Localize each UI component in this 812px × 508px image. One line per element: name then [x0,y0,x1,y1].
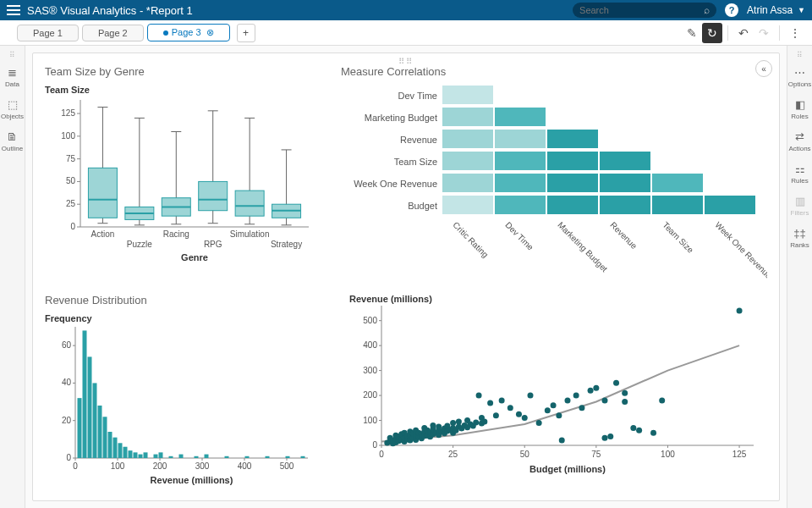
help-button[interactable]: ? [725,3,738,17]
heatmap-col-label: Dev Time [503,220,547,264]
heatmap-cell[interactable] [442,152,493,170]
chart-correlation[interactable]: Measure Correlations Dev TimeMarketing B… [341,65,767,285]
svg-text:Team Size: Team Size [45,85,90,95]
chart-histogram[interactable]: Revenue Distribution Frequency0204060010… [45,294,315,492]
user-menu[interactable]: Atrin Assa ▼ [747,4,805,16]
svg-point-204 [556,412,562,418]
heatmap-cell[interactable] [600,174,650,192]
svg-point-218 [636,428,642,433]
left-rail: ⠿≣Data⬚Objects🗎Outline [0,46,25,508]
svg-point-198 [516,411,522,417]
redo-button[interactable]: ↷ [754,23,774,43]
svg-text:0: 0 [66,453,71,462]
heatmap-cell[interactable] [442,86,493,104]
heatmap-cell[interactable] [547,196,598,214]
heatmap-cell[interactable] [547,174,598,192]
svg-point-209 [588,388,594,394]
heatmap-cell[interactable] [495,130,546,148]
svg-text:40: 40 [62,378,72,387]
svg-point-215 [622,399,628,405]
close-tab-icon[interactable]: ⊗ [206,27,214,37]
svg-text:0: 0 [70,222,75,231]
roles-icon: ◧ [795,98,805,111]
heatmap-cell[interactable] [495,108,546,126]
heatmap-cell[interactable] [495,174,546,192]
chart-scatter[interactable]: Revenue (millions)0100200300400500025507… [341,294,767,492]
svg-text:400: 400 [363,340,377,350]
menu-icon[interactable] [7,5,20,15]
app-title: SAS® Visual Analytics - *Report 1 [27,4,193,17]
rail-grip-icon: ⠿ [9,51,15,59]
collapse-button[interactable]: « [755,60,772,77]
heatmap-cell[interactable] [442,108,493,126]
pin-button[interactable]: ✎ [682,23,702,43]
rail-item-options[interactable]: ⋯Options [788,61,812,93]
heatmap-cell[interactable] [547,130,598,148]
svg-text:400: 400 [238,461,252,471]
tab-page-2[interactable]: Page 2 [82,25,144,41]
chart-boxplot[interactable]: Team Size by Genre Team Size025507510012… [45,65,315,285]
heatmap-row-label: Marketing Budget [341,113,442,123]
heatmap-cell[interactable] [442,196,493,214]
svg-rect-42 [235,190,264,216]
svg-point-179 [450,420,456,426]
heatmap-cell[interactable] [652,196,703,214]
svg-text:125: 125 [61,108,75,118]
rail-item-objects[interactable]: ⬚Objects [1,93,25,125]
svg-text:Frequency: Frequency [45,313,93,323]
heatmap-cell[interactable] [495,152,546,170]
heatmap-row: Budget [341,195,767,217]
refresh-button[interactable]: ↻ [702,23,722,43]
svg-text:Budget (millions): Budget (millions) [529,464,606,474]
report-page[interactable]: ⠿⠿ « Team Size by Genre Team Size0255075… [32,52,780,501]
user-name: Atrin Assa [747,4,793,16]
heatmap-col-label: Critic Rating [451,220,495,264]
undo-button[interactable]: ↶ [733,23,754,43]
overflow-menu-button[interactable]: ⋮ [785,23,805,43]
svg-rect-77 [88,356,92,458]
heatmap-row-label: Week One Revenue [341,179,442,189]
svg-text:50: 50 [520,450,530,459]
svg-text:RPG: RPG [204,240,222,249]
heatmap-cell[interactable] [547,152,598,170]
actions-icon: ⇄ [795,130,804,143]
svg-point-211 [602,397,608,403]
add-tab-button[interactable]: + [237,24,255,42]
search-input[interactable] [579,5,700,15]
rail-item-ranks[interactable]: ‡‡Ranks [788,222,812,254]
rail-label: Roles [791,113,808,120]
tab-page-1[interactable]: Page 1 [17,25,79,41]
rail-item-roles[interactable]: ◧Roles [788,93,812,125]
rail-item-rules[interactable]: ⚏Rules [788,157,812,190]
main-area: ⠿≣Data⬚Objects🗎Outline ⠿⠿ « Team Size by… [0,46,812,508]
svg-rect-83 [118,443,123,458]
svg-rect-94 [205,455,209,458]
heatmap-col-label: Marketing Budget [556,220,600,264]
rail-label: Actions [788,145,810,152]
rail-item-actions[interactable]: ⇄Actions [788,125,812,157]
rail-item-outline[interactable]: 🗎Outline [1,125,25,157]
heatmap-cell[interactable] [600,196,650,214]
search-icon[interactable]: ⌕ [704,4,710,16]
svg-point-206 [565,397,571,403]
svg-point-220 [659,397,665,403]
canvas: ⠿⠿ « Team Size by Genre Team Size0255075… [25,46,787,508]
heatmap-cell[interactable] [442,174,493,192]
heatmap-cell[interactable] [600,152,650,170]
search-box[interactable]: ⌕ [573,3,716,18]
heatmap-row-label: Dev Time [341,91,442,101]
drag-handle-icon[interactable]: ⠿⠿ [398,57,414,66]
objects-icon: ⬚ [8,98,18,111]
heatmap-cell[interactable] [442,130,493,148]
svg-text:Racing: Racing [163,229,189,239]
svg-rect-92 [179,455,184,458]
heatmap-cell[interactable] [652,174,703,192]
heatmap-cell[interactable] [495,196,546,214]
svg-text:60: 60 [62,340,72,350]
tab-page-3[interactable]: Page 3⊗ [147,24,230,41]
rail-item-data[interactable]: ≣Data [1,61,25,93]
svg-text:200: 200 [363,390,377,400]
svg-rect-81 [108,432,112,458]
svg-text:Puzzle: Puzzle [127,240,152,249]
heatmap-cell[interactable] [705,196,755,214]
